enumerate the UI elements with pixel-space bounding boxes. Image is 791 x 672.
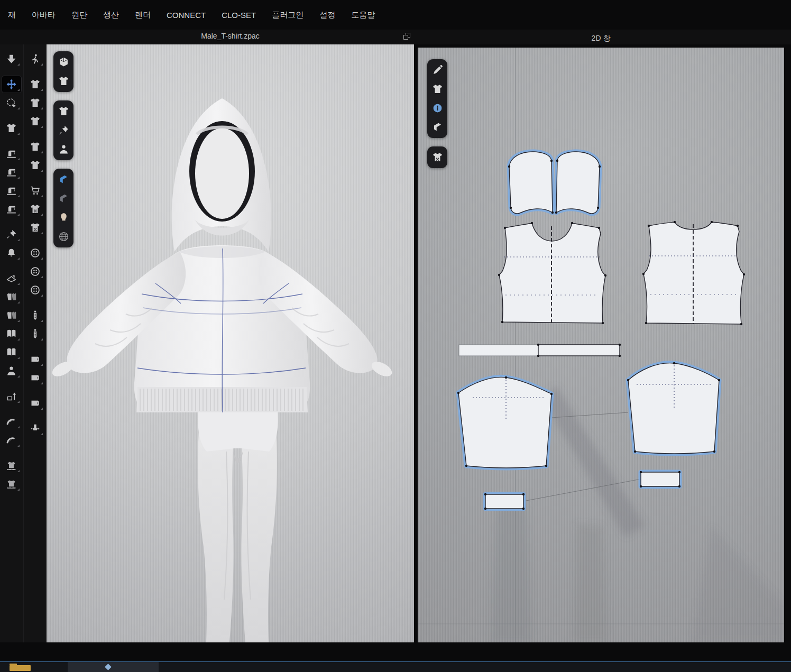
tool-spray-cart[interactable] xyxy=(25,182,44,199)
fabric-front-face[interactable] xyxy=(56,173,71,186)
pattern-piece-back-bodice[interactable] xyxy=(643,222,744,324)
show-fabric-piece[interactable] xyxy=(430,121,445,134)
tool-button-place[interactable] xyxy=(25,245,44,261)
menu-item-avatar[interactable]: 아바타 xyxy=(24,10,63,20)
pattern-piece-cuff-right[interactable] xyxy=(641,472,679,486)
show-garment[interactable] xyxy=(56,105,71,118)
view2d-floating-toolbar xyxy=(427,59,447,168)
pin-garment[interactable] xyxy=(56,124,71,137)
clo3d-application-window: 재아바타원단생산렌더CONNECTCLO-SET플러그인설정도움말 Male_T… xyxy=(0,0,791,672)
tool-button[interactable] xyxy=(25,263,44,280)
taskbar-clo-app-icon[interactable] xyxy=(68,662,159,672)
sidebar-column-1 xyxy=(0,44,23,642)
toggle-garment-sim[interactable] xyxy=(56,75,71,88)
tool-garment-sewing[interactable] xyxy=(2,201,21,217)
tool-select-garment[interactable] xyxy=(2,120,21,136)
tool-fit-map[interactable] xyxy=(25,201,44,217)
pattern-piece-hood-left[interactable] xyxy=(509,152,553,214)
tool-fabric-roll-alt[interactable] xyxy=(25,395,44,411)
tool-select-move[interactable] xyxy=(2,76,21,93)
viewport-2d[interactable] xyxy=(418,48,784,642)
avatar-legs xyxy=(198,422,277,642)
pattern-piece-sleeve-right[interactable] xyxy=(628,363,719,454)
tool-layer-garment[interactable] xyxy=(2,307,21,324)
avatar-3d-scene[interactable] xyxy=(47,44,414,642)
view3d-toolbar-group-2 xyxy=(53,100,73,160)
tool-dress-avatar[interactable] xyxy=(2,363,21,379)
tool-garment-brush-5[interactable] xyxy=(25,157,44,173)
view3d-floating-toolbar xyxy=(53,51,73,247)
menu-item-production[interactable]: 생산 xyxy=(95,10,127,20)
tool-fabric-roll-flat[interactable] xyxy=(25,370,44,386)
tool-fold-garment[interactable] xyxy=(2,289,21,305)
pattern-piece-cuff-left[interactable] xyxy=(485,494,523,509)
menu-item-connect[interactable]: CONNECT xyxy=(159,11,214,20)
pattern-piece-waistband-right[interactable] xyxy=(538,345,620,356)
view3d-toolbar-group-1 xyxy=(53,51,73,92)
tool-segment-sewing[interactable] xyxy=(2,164,21,180)
menu-item-render[interactable]: 렌더 xyxy=(127,10,159,20)
tool-free-sewing[interactable] xyxy=(2,182,21,199)
clo-logo-icon xyxy=(105,664,112,670)
tool-open-pattern-alt[interactable] xyxy=(2,344,21,361)
pattern-piece-front-bodice[interactable] xyxy=(499,223,605,323)
left-tool-sidebar xyxy=(0,44,47,642)
toggle-gizmo-cube[interactable] xyxy=(56,56,71,69)
view2d-title: 2D 창 xyxy=(418,34,784,43)
main-menubar: 재아바타원단생산렌더CONNECTCLO-SET플러그인설정도움말 xyxy=(0,0,791,30)
tool-edit-sewing[interactable] xyxy=(2,145,21,162)
menu-item-fabric[interactable]: 원단 xyxy=(63,10,95,20)
view2d-toolbar-group-1 xyxy=(427,59,447,138)
view3d-title: Male_T-shirt.zpac xyxy=(47,32,414,40)
show-avatar[interactable] xyxy=(56,143,71,156)
tool-simulate[interactable] xyxy=(2,51,21,67)
edit-pattern-pen[interactable] xyxy=(430,63,445,77)
fabric-back-face[interactable] xyxy=(56,192,71,205)
viewport-3d[interactable] xyxy=(47,44,414,642)
avatar-pelvis xyxy=(198,409,278,452)
pattern-piece-hood-right[interactable] xyxy=(556,152,600,214)
tool-tape-measure-edit[interactable] xyxy=(2,432,21,448)
sidebar-column-2 xyxy=(23,44,47,642)
tool-pin[interactable] xyxy=(2,226,21,243)
menu-item-partial[interactable]: 재 xyxy=(0,10,24,20)
menu-item-plugin[interactable]: 플러그인 xyxy=(264,10,311,20)
tool-scale-pattern[interactable] xyxy=(2,388,21,404)
tool-fitting[interactable] xyxy=(2,245,21,261)
tool-garment-brush-4[interactable] xyxy=(25,139,44,155)
avatar-face xyxy=(195,128,249,219)
tool-fabric-roll[interactable] xyxy=(25,351,44,367)
view2d-toolbar-group-2 xyxy=(427,146,447,168)
pattern-piece-waistband-left[interactable] xyxy=(459,345,538,356)
tool-garment-brush-1[interactable] xyxy=(25,76,44,93)
view3d-toolbar-group-3 xyxy=(53,169,73,247)
menu-item-help[interactable]: 도움말 xyxy=(343,10,383,20)
tool-zipper-edit[interactable] xyxy=(25,326,44,342)
tool-garment-measure-arrow[interactable] xyxy=(2,476,21,492)
world-globe[interactable] xyxy=(56,230,71,243)
tool-presser-foot[interactable] xyxy=(25,420,44,437)
tool-open-pattern[interactable] xyxy=(2,326,21,342)
tool-select-lasso[interactable] xyxy=(2,95,21,111)
show-pattern-shirt[interactable] xyxy=(430,82,445,96)
taskbar-folder-icon[interactable] xyxy=(10,665,31,671)
tool-garment-brush-3[interactable] xyxy=(25,113,44,130)
tool-zipper[interactable] xyxy=(25,307,44,324)
pattern-info[interactable] xyxy=(430,102,445,115)
tool-garment-brush-2[interactable] xyxy=(25,95,44,111)
tool-buttonhole-lock[interactable] xyxy=(25,282,44,298)
hoodie-hood[interactable] xyxy=(172,98,271,252)
pattern-piece-sleeve-left[interactable] xyxy=(458,377,551,467)
tool-fit-map-solid[interactable] xyxy=(25,219,44,236)
menu-item-clo-set[interactable]: CLO-SET xyxy=(214,11,264,20)
tool-garment-measure[interactable] xyxy=(2,457,21,474)
menu-item-settings[interactable]: 설정 xyxy=(311,10,343,20)
undock-window-icon[interactable] xyxy=(403,33,410,39)
tool-tape-measure[interactable] xyxy=(2,413,21,430)
tool-arrange-plane[interactable] xyxy=(2,270,21,287)
texture-pattern-shirt[interactable] xyxy=(430,151,445,164)
avatar-skin-head[interactable] xyxy=(56,211,71,224)
pattern-2d-scene[interactable] xyxy=(418,48,784,642)
os-taskbar xyxy=(0,661,791,672)
tool-animation-walk[interactable] xyxy=(25,51,44,67)
